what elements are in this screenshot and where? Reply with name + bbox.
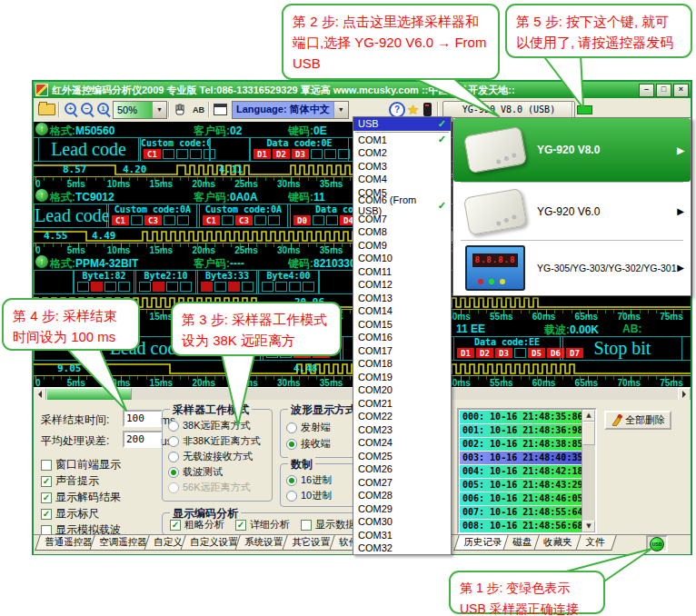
zoom-out-button[interactable]: − bbox=[80, 101, 95, 118]
capture-up-icon[interactable]: ↑ bbox=[35, 255, 48, 268]
pulse-width-value: 4.20 bbox=[123, 164, 147, 175]
scrollbar-thumb[interactable] bbox=[582, 422, 595, 445]
radio-option[interactable]: 16进制 bbox=[286, 473, 332, 487]
com-port-item[interactable]: COM18 bbox=[353, 357, 451, 371]
com-port-item[interactable]: COM29 bbox=[353, 502, 451, 516]
analysis-option-checkbox[interactable]: 显示数据 bbox=[301, 518, 355, 532]
toolbar-separator bbox=[168, 102, 170, 117]
history-item[interactable]: 005: 10-16 21:48:43:29 bbox=[460, 479, 582, 492]
radio-option[interactable]: 非38K近距离方式 bbox=[168, 434, 261, 448]
capture-up-icon[interactable]: ↑ bbox=[35, 189, 48, 202]
history-item[interactable]: 006: 10-16 21:48:46:05 bbox=[460, 492, 582, 505]
scroll-up-button[interactable]: ▲ bbox=[582, 410, 595, 422]
com-port-label: COM27 bbox=[358, 477, 393, 488]
com-port-item[interactable]: COM1✓ bbox=[353, 134, 451, 147]
com-port-item[interactable]: COM27 bbox=[353, 476, 451, 490]
com-port-item[interactable]: COM25 bbox=[353, 450, 451, 463]
com-port-item[interactable]: COM13 bbox=[353, 292, 451, 305]
display-option-checkbox[interactable]: ✓显示标尺 bbox=[41, 506, 99, 522]
com-port-item[interactable]: COM3 bbox=[353, 160, 451, 174]
pan-hand-button[interactable] bbox=[173, 101, 187, 118]
ab-icon: AB bbox=[190, 104, 207, 116]
com-port-item[interactable]: COM9 bbox=[353, 239, 451, 253]
com-port-item[interactable]: COM28 bbox=[353, 489, 451, 502]
history-item[interactable]: 001: 10-16 21:48:36:98 bbox=[460, 424, 582, 437]
history-item[interactable]: 000: 10-16 21:48:35:86 bbox=[460, 411, 582, 423]
com-port-item[interactable]: COM32 bbox=[353, 541, 451, 555]
wave-segment: Custom code:0AC1C3 bbox=[199, 204, 288, 227]
com-port-item[interactable]: COM2 bbox=[353, 146, 451, 160]
com-port-item[interactable]: COM16 bbox=[353, 331, 451, 344]
com-port-item[interactable]: COM17 bbox=[353, 344, 451, 358]
history-scrollbar[interactable]: ▲ ▼ bbox=[582, 410, 595, 532]
delete-all-button[interactable]: 全部删除 bbox=[604, 411, 671, 430]
minimize-button[interactable]: – bbox=[639, 84, 654, 97]
history-list[interactable]: 000: 10-16 21:48:35:86001: 10-16 21:48:3… bbox=[457, 408, 597, 534]
com-port-item[interactable]: COM4 bbox=[353, 173, 451, 186]
com-port-item[interactable]: COM10 bbox=[353, 252, 451, 265]
display-option-checkbox[interactable]: ✓显示解码结果 bbox=[41, 490, 121, 505]
com-port-item[interactable]: COM15 bbox=[353, 318, 451, 332]
com-port-item[interactable]: COM12 bbox=[353, 278, 451, 292]
close-button[interactable]: × bbox=[673, 84, 689, 97]
com-port-item[interactable]: COM8 bbox=[353, 225, 451, 239]
history-item[interactable]: 008: 10-16 21:48:56:68 bbox=[460, 520, 582, 532]
history-item[interactable]: 002: 10-16 21:48:38:85 bbox=[460, 438, 582, 451]
com-port-item[interactable]: COM19 bbox=[353, 371, 451, 384]
radio-option[interactable]: 发射端 bbox=[286, 421, 331, 434]
start-key[interactable] bbox=[577, 101, 592, 118]
open-file-button[interactable] bbox=[38, 101, 55, 118]
display-option-checkbox[interactable]: ✓声音提示 bbox=[41, 473, 99, 489]
history-item[interactable]: 004: 10-16 21:48:42:18 bbox=[460, 465, 582, 478]
scrollbar-thumb[interactable] bbox=[46, 388, 132, 401]
com-port-item[interactable]: COM23 bbox=[353, 423, 451, 437]
com-port-item[interactable]: COM24 bbox=[353, 436, 451, 450]
radio-option[interactable]: 38K远距离方式 bbox=[168, 419, 251, 432]
sample-end-input[interactable] bbox=[123, 410, 163, 427]
chevron-down-icon[interactable]: ▼ bbox=[152, 102, 166, 118]
com-port-item[interactable]: COM26 bbox=[353, 462, 451, 476]
com-port-item[interactable]: COM21 bbox=[353, 397, 451, 411]
menu-separator bbox=[355, 132, 449, 133]
measure-ab-button[interactable]: AB bbox=[190, 101, 207, 118]
history-item[interactable]: 003: 10-16 21:48:40:35 bbox=[460, 452, 582, 464]
language-select[interactable]: Language: 简体中文 ▼ bbox=[232, 101, 349, 118]
scroll-down-button[interactable]: ▼ bbox=[582, 521, 595, 532]
device-item-yg920-v8[interactable]: YG-920 V8.0 ▶ bbox=[453, 118, 691, 182]
radio-option[interactable]: 接收端 bbox=[286, 437, 331, 451]
radio-option[interactable]: 10进制 bbox=[286, 489, 332, 502]
radio-option[interactable]: 载波测试 bbox=[168, 465, 223, 479]
zoom-in-button[interactable]: + bbox=[64, 101, 79, 118]
com-port-item[interactable]: USB✓ bbox=[353, 117, 451, 131]
checkbox-icon: ✓ bbox=[170, 520, 181, 531]
analysis-option-checkbox[interactable]: ✓详细分析 bbox=[235, 518, 290, 532]
tab-right-4[interactable]: 文件 bbox=[575, 535, 617, 551]
com-port-item[interactable]: COM20 bbox=[353, 383, 451, 397]
com-port-item[interactable]: COM22 bbox=[353, 410, 451, 423]
analysis-option-checkbox[interactable]: ✓粗略分析 bbox=[170, 518, 224, 532]
device-item-yg920-v6[interactable]: YG-920 V6.0 ▶ bbox=[453, 183, 691, 240]
com-port-item[interactable]: COM14 bbox=[353, 304, 451, 318]
avg-error-input[interactable] bbox=[123, 431, 163, 448]
com-port-item[interactable]: COM6 (From USB)✓ bbox=[353, 199, 451, 213]
work-mode-title: 采样器工作模式 bbox=[170, 402, 252, 418]
scroll-left-button[interactable] bbox=[34, 388, 46, 401]
com-port-item[interactable]: COM30 bbox=[353, 515, 451, 529]
zoom-reset-button[interactable]: 1 bbox=[96, 101, 112, 118]
chevron-down-icon[interactable]: ▼ bbox=[333, 102, 348, 118]
history-item[interactable]: 007: 10-16 21:48:55:64 bbox=[460, 506, 582, 519]
window-mode-button[interactable] bbox=[214, 101, 227, 118]
capture-up-icon[interactable]: ↑ bbox=[35, 123, 48, 135]
zoom-level-select[interactable]: 50% ▼ bbox=[113, 101, 167, 118]
display-option-checkbox[interactable]: 窗口前端显示 bbox=[41, 457, 121, 472]
checkbox-label: 声音提示 bbox=[55, 473, 99, 489]
radio-option[interactable]: 无载波接收方式 bbox=[168, 450, 253, 463]
maximize-button[interactable]: □ bbox=[656, 84, 671, 97]
wave-segment: Byte2:10 bbox=[135, 271, 196, 293]
check-icon: ✓ bbox=[438, 200, 446, 212]
sampler-device-button[interactable]: YG-920 V8.0 (USB) bbox=[442, 101, 575, 118]
device-item-yg305-series[interactable]: YG-305/YG-303/YG-302/YG-301 ▶ bbox=[453, 241, 691, 294]
scroll-right-button[interactable] bbox=[678, 388, 691, 401]
com-port-item[interactable]: COM31 bbox=[353, 529, 451, 542]
com-port-item[interactable]: COM11 bbox=[353, 265, 451, 279]
